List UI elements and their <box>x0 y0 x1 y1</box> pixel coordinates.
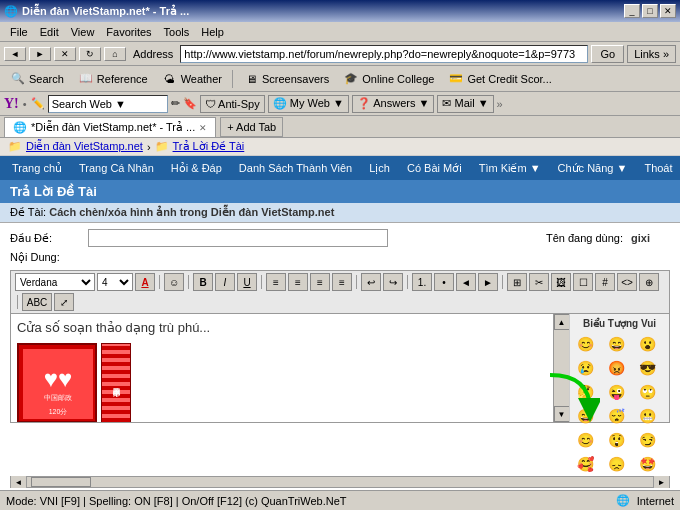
smiley-button[interactable]: ☺ <box>164 273 184 291</box>
h-scroll-right[interactable]: ► <box>653 476 669 488</box>
undo-button[interactable]: ↩ <box>361 273 381 291</box>
stamp-text-image: 中国邮政 <box>101 343 131 422</box>
ordered-list-button[interactable]: 1. <box>412 273 432 291</box>
yahoo-search-input[interactable] <box>48 95 168 113</box>
emoticon-6[interactable]: 😎 <box>636 357 658 379</box>
emoticon-4[interactable]: 😢 <box>574 357 596 379</box>
emoticon-13[interactable]: 😊 <box>574 429 596 451</box>
italic-button[interactable]: I <box>215 273 235 291</box>
add-tab-button[interactable]: + Add Tab <box>220 117 283 137</box>
nav-qa[interactable]: Hỏi & Đáp <box>163 159 230 178</box>
align-left-button[interactable]: ≡ <box>266 273 286 291</box>
breadcrumb-home[interactable]: Diễn đàn VietStamp.net <box>26 140 143 153</box>
bold-button[interactable]: B <box>193 273 213 291</box>
horizontal-scrollbar[interactable]: ◄ ► <box>0 474 680 490</box>
form-button[interactable]: ☐ <box>573 273 593 291</box>
address-input[interactable] <box>180 45 588 63</box>
emoticon-5[interactable]: 😡 <box>605 357 627 379</box>
emoticon-17[interactable]: 😞 <box>605 453 627 475</box>
stop-button[interactable]: ✕ <box>54 47 76 61</box>
emoticon-18[interactable]: 🤩 <box>636 453 658 475</box>
online-college-button[interactable]: 🎓 Online College <box>337 68 440 90</box>
go-button[interactable]: Go <box>591 45 624 63</box>
nav-calendar[interactable]: Lịch <box>361 159 398 178</box>
editor-area[interactable]: Cửa số soạn thảo dạng trù phú... ♥♥ 中国邮政… <box>11 314 553 422</box>
nav-profile[interactable]: Trang Cá Nhân <box>71 159 162 177</box>
menu-view[interactable]: View <box>65 24 101 40</box>
font-face-select[interactable]: Verdana <box>15 273 95 291</box>
menu-file[interactable]: File <box>4 24 34 40</box>
indent-button[interactable]: ◄ <box>456 273 476 291</box>
answers-icon: ❓ <box>357 97 371 109</box>
heading-input[interactable] <box>88 229 388 247</box>
nav-home[interactable]: Trang chủ <box>4 159 70 178</box>
back-button[interactable]: ◄ <box>4 47 26 61</box>
home-button[interactable]: ⌂ <box>104 47 126 61</box>
emoticon-16[interactable]: 🥰 <box>574 453 596 475</box>
unordered-list-button[interactable]: • <box>434 273 454 291</box>
weather-icon: 🌤 <box>162 71 178 87</box>
code-button[interactable]: <> <box>617 273 637 291</box>
close-button[interactable]: ✕ <box>660 4 676 18</box>
nav-new-posts[interactable]: Có Bài Mới <box>399 159 470 178</box>
scroll-up-arrow[interactable]: ▲ <box>554 314 570 330</box>
h-scroll-left[interactable]: ◄ <box>11 476 27 488</box>
minimize-button[interactable]: _ <box>624 4 640 18</box>
emoticon-3[interactable]: 😮 <box>636 333 658 355</box>
align-justify-button[interactable]: ≡ <box>332 273 352 291</box>
forward-button[interactable]: ► <box>29 47 51 61</box>
menu-help[interactable]: Help <box>195 24 230 40</box>
h-scroll-thumb[interactable] <box>31 477 91 487</box>
redo-button[interactable]: ↪ <box>383 273 403 291</box>
antispam-button[interactable]: 🛡 Anti-Spy <box>200 95 265 113</box>
emoticon-2[interactable]: 😄 <box>605 333 627 355</box>
hash-button[interactable]: # <box>595 273 615 291</box>
emoticon-12[interactable]: 😬 <box>636 405 658 427</box>
editor-scrollbar[interactable]: ▲ ▼ <box>553 314 569 422</box>
emoticon-9[interactable]: 🙄 <box>636 381 658 403</box>
font-size-select[interactable]: 4 <box>97 273 133 291</box>
emoticon-11[interactable]: 😴 <box>605 405 627 427</box>
outdent-button[interactable]: ► <box>478 273 498 291</box>
search-toolbar-button[interactable]: 🔍 Search <box>4 68 70 90</box>
emoticon-14[interactable]: 😲 <box>605 429 627 451</box>
emoticon-8[interactable]: 😜 <box>605 381 627 403</box>
refresh-button[interactable]: ↻ <box>79 47 101 61</box>
tab-close-button[interactable]: ✕ <box>199 123 207 133</box>
maximize-button[interactable]: □ <box>642 4 658 18</box>
emoticon-7[interactable]: 🤔 <box>574 381 596 403</box>
nav-members[interactable]: Danh Sách Thành Viên <box>231 159 360 177</box>
nav-logout[interactable]: Thoát <box>636 159 680 177</box>
emoticon-10[interactable]: 😅 <box>574 405 596 427</box>
screensavers-button[interactable]: 🖥 Screensavers <box>237 68 335 90</box>
myweb-button[interactable]: 🌐 My Web ▼ <box>268 95 349 113</box>
align-right-button[interactable]: ≡ <box>310 273 330 291</box>
expand-button[interactable]: ⤢ <box>54 293 74 311</box>
weather-button[interactable]: 🌤 Weather <box>156 68 228 90</box>
scroll-down-arrow[interactable]: ▼ <box>554 406 570 422</box>
mail-button[interactable]: ✉ Mail ▼ <box>437 95 493 113</box>
font-color-button[interactable]: A <box>135 273 155 291</box>
get-credit-button[interactable]: 💳 Get Credit Scor... <box>442 68 557 90</box>
nav-functions[interactable]: Chức Năng ▼ <box>550 159 636 178</box>
underline-button[interactable]: U <box>237 273 257 291</box>
emoticon-1[interactable]: 😊 <box>574 333 596 355</box>
answers-button[interactable]: ❓ Answers ▼ <box>352 95 435 113</box>
menu-tools[interactable]: Tools <box>158 24 196 40</box>
active-tab[interactable]: 🌐 *Diễn đàn VietStamp.net* - Trả ... ✕ <box>4 117 216 137</box>
reference-button[interactable]: 📖 Reference <box>72 68 154 90</box>
table-button[interactable]: ⊞ <box>507 273 527 291</box>
menu-favorites[interactable]: Favorites <box>100 24 157 40</box>
image-button[interactable]: 🖼 <box>551 273 571 291</box>
align-center-button[interactable]: ≡ <box>288 273 308 291</box>
status-bar: Mode: VNI [F9] | Spelling: ON [F8] | On/… <box>0 490 680 510</box>
spellcheck-button[interactable]: ABC <box>22 293 52 311</box>
cut-button[interactable]: ✂ <box>529 273 549 291</box>
nav-search[interactable]: Tìm Kiếm ▼ <box>471 159 549 178</box>
menu-edit[interactable]: Edit <box>34 24 65 40</box>
menu-bar: File Edit View Favorites Tools Help <box>0 22 680 42</box>
links-button[interactable]: Links » <box>627 45 676 63</box>
add-button[interactable]: ⊕ <box>639 273 659 291</box>
breadcrumb-current[interactable]: Trả Lời Đề Tài <box>173 140 245 153</box>
emoticon-15[interactable]: 😏 <box>636 429 658 451</box>
